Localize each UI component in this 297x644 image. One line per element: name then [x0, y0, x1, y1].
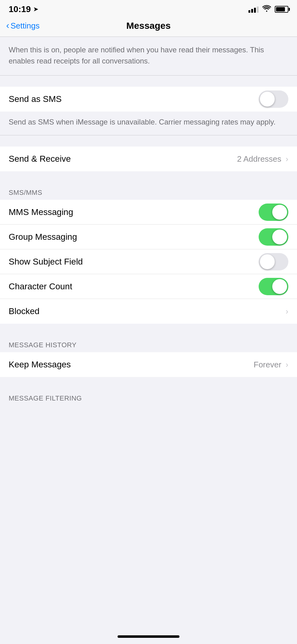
message-history-section-header: MESSAGE HISTORY: [0, 335, 297, 352]
send-as-sms-group: Send as SMS: [0, 87, 297, 112]
message-history-header-text: MESSAGE HISTORY: [9, 341, 76, 349]
mms-messaging-toggle[interactable]: [259, 204, 288, 221]
nav-bar: ‹ Settings Messages: [0, 17, 297, 37]
read-receipts-text: When this is on, people are notified whe…: [9, 44, 288, 67]
status-icons: [248, 5, 288, 14]
show-subject-field-label: Show Subject Field: [9, 257, 83, 267]
send-as-sms-toggle[interactable]: [259, 90, 288, 108]
read-receipts-description: When this is on, people are notified whe…: [0, 37, 297, 76]
send-receive-value: 2 Addresses: [237, 154, 281, 164]
group-messaging-toggle[interactable]: [259, 228, 288, 246]
back-chevron-icon: ‹: [6, 21, 9, 30]
bottom-indicator-area: [0, 629, 297, 641]
signal-bar-1: [248, 10, 250, 13]
group-messaging-row[interactable]: Group Messaging: [0, 225, 297, 249]
group-messaging-label: Group Messaging: [9, 232, 77, 242]
send-receive-right: 2 Addresses ›: [237, 154, 288, 164]
signal-bar-2: [251, 9, 253, 13]
keep-messages-chevron-icon: ›: [286, 360, 288, 370]
blocked-right: ›: [286, 307, 288, 316]
location-icon: ➤: [33, 6, 38, 13]
character-count-row[interactable]: Character Count: [0, 274, 297, 299]
send-as-sms-row[interactable]: Send as SMS: [0, 87, 297, 112]
sms-mms-section-header: SMS/MMS: [0, 182, 297, 200]
signal-bar-4: [257, 7, 259, 13]
send-as-sms-label: Send as SMS: [9, 94, 62, 104]
message-filtering-header-text: MESSAGE FILTERING: [9, 394, 82, 402]
status-time: 10:19 ➤: [9, 4, 38, 14]
sms-description-text: Send as SMS when iMessage is unavailable…: [9, 116, 288, 128]
back-button[interactable]: ‹ Settings: [6, 21, 40, 31]
show-subject-field-row[interactable]: Show Subject Field: [0, 249, 297, 274]
home-indicator: [118, 635, 179, 638]
sms-mms-group: MMS Messaging Group Messaging Show Subje…: [0, 200, 297, 324]
keep-messages-row[interactable]: Keep Messages Forever ›: [0, 352, 297, 377]
back-label: Settings: [11, 21, 40, 31]
message-history-group: Keep Messages Forever ›: [0, 352, 297, 377]
battery-icon: [275, 6, 288, 13]
send-receive-group: Send & Receive 2 Addresses ›: [0, 147, 297, 171]
spacer-2: [0, 135, 297, 147]
page-title: Messages: [126, 20, 170, 31]
character-count-knob: [272, 279, 287, 294]
spacer-5: [0, 377, 297, 388]
spacer-1: [0, 76, 297, 87]
show-subject-field-knob: [260, 254, 275, 269]
send-as-sms-toggle-knob: [260, 92, 275, 107]
show-subject-field-toggle[interactable]: [259, 253, 288, 270]
blocked-row[interactable]: Blocked ›: [0, 299, 297, 324]
sms-mms-header-text: SMS/MMS: [9, 189, 42, 196]
keep-messages-label: Keep Messages: [9, 360, 71, 370]
signal-bar-3: [254, 8, 256, 13]
content: When this is on, people are notified whe…: [0, 37, 297, 560]
battery-fill: [276, 7, 285, 11]
character-count-label: Character Count: [9, 282, 72, 291]
mms-messaging-knob: [272, 205, 287, 220]
keep-messages-right: Forever ›: [254, 360, 288, 370]
keep-messages-value: Forever: [254, 360, 282, 370]
character-count-toggle[interactable]: [259, 278, 288, 295]
time-label: 10:19: [9, 4, 31, 14]
mms-messaging-label: MMS Messaging: [9, 207, 73, 217]
send-receive-row[interactable]: Send & Receive 2 Addresses ›: [0, 147, 297, 171]
sms-description-block: Send as SMS when iMessage is unavailable…: [0, 112, 297, 135]
send-receive-label: Send & Receive: [9, 154, 71, 164]
spacer-3: [0, 171, 297, 182]
group-messaging-knob: [272, 230, 287, 244]
spacer-4: [0, 324, 297, 335]
status-bar: 10:19 ➤: [0, 0, 297, 17]
message-filtering-content: [0, 405, 297, 560]
blocked-label: Blocked: [9, 306, 40, 316]
send-receive-chevron-icon: ›: [286, 154, 288, 164]
blocked-chevron-icon: ›: [286, 307, 288, 316]
mms-messaging-row[interactable]: MMS Messaging: [0, 200, 297, 225]
wifi-icon: [262, 5, 271, 14]
message-filtering-section-header: MESSAGE FILTERING: [0, 388, 297, 405]
signal-bars: [248, 6, 259, 13]
